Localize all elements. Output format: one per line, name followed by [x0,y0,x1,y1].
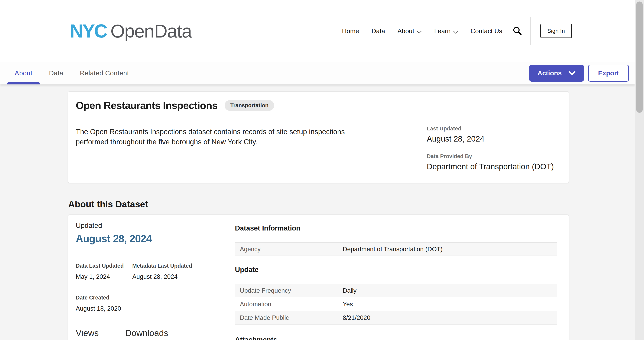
data-provided-by-value: Department of Transportation (DOT) [427,162,554,171]
info-row-value: 8/21/2020 [343,314,370,321]
field-label: Data Last Updated [76,263,132,269]
stats-divider [76,323,224,323]
dataset-title: Open Restaurants Inspections [76,100,218,111]
field-date-created: Date Created August 18, 2020 [76,294,132,312]
field-value: May 1, 2024 [76,273,132,280]
chevron-down-icon [568,69,576,77]
field-value: August 18, 2020 [76,305,132,312]
tab-about-label: About [15,69,32,77]
tab-data[interactable]: Data [42,62,71,84]
sign-in-button[interactable]: Sign In [540,24,572,38]
site-header: NYC OpenData Home Data About Learn Conta… [0,0,635,62]
info-row-date-made-public: Date Made Public 8/21/2020 [235,311,557,324]
nyc-logo-text: NYC [70,20,107,42]
field-label: Metadata Last Updated [132,263,189,269]
dataset-stats: Views Downloads [76,328,232,338]
info-row-agency: Agency Department of Transportation (DOT… [235,242,557,256]
info-row-value: Daily [343,287,356,294]
data-provided-by-label: Data Provided By [427,153,554,160]
active-tab-indicator [7,82,40,84]
dataset-tabs: About Data Related Content [7,62,136,84]
primary-nav: Home Data About Learn Contact Us [342,27,502,35]
nav-home[interactable]: Home [342,27,359,35]
info-row-label: Update Frequency [235,287,343,294]
vertical-divider [418,119,418,178]
info-row-automation: Automation Yes [235,298,557,311]
chevron-down-icon [453,28,458,35]
actions-button[interactable]: Actions [529,65,584,82]
nav-home-label: Home [342,27,359,35]
tab-related-content[interactable]: Related Content [72,62,136,84]
last-updated-label: Last Updated [427,126,554,132]
scrollbar-track[interactable] [635,0,644,340]
update-rows: Update Frequency Daily Automation Yes Da… [235,284,557,324]
nav-divider [530,17,530,45]
info-row-label: Automation [235,300,343,308]
field-metadata-last-updated: Metadata Last Updated August 28, 2024 [132,263,189,280]
info-row-label: Date Made Public [235,314,343,321]
nav-about[interactable]: About [398,27,422,35]
chevron-down-icon [417,28,422,35]
about-this-dataset-heading: About this Dataset [68,199,148,210]
tabbar-actions: Actions Export [529,62,629,84]
dataset-tabbar: About Data Related Content Actions Expor… [0,62,635,84]
stat-views-label: Views [76,328,125,338]
dataset-description: The Open Restaurants Inspections dataset… [76,127,377,147]
scrollbar-thumb[interactable] [636,2,643,113]
update-heading: Update [235,266,557,274]
info-row-value: Department of Transportation (DOT) [343,246,442,253]
info-row-label: Agency [235,246,343,253]
dataset-information-heading: Dataset Information [235,215,557,232]
info-row-value: Yes [343,300,353,308]
dataset-information-column: Dataset Information Agency Department of… [235,215,557,340]
nav-contact-us[interactable]: Contact Us [470,27,502,35]
dataset-meta: Last Updated August 28, 2024 Data Provid… [427,126,554,171]
category-badge[interactable]: Transportation [224,100,274,111]
nav-divider [504,17,504,45]
last-updated-value: August 28, 2024 [427,134,554,144]
opendata-logo-text: OpenData [110,20,192,42]
field-data-last-updated: Data Last Updated May 1, 2024 [76,263,132,280]
date-fields: Data Last Updated May 1, 2024 Metadata L… [76,263,232,280]
nav-contact-us-label: Contact Us [470,27,502,35]
dataset-summary-body: The Open Restaurants Inspections dataset… [68,119,569,184]
info-row-update-frequency: Update Frequency Daily [235,284,557,298]
nav-about-label: About [398,27,414,35]
field-label: Date Created [76,294,132,301]
updated-label: Updated [76,222,232,230]
search-button[interactable] [512,26,522,36]
about-dataset-card: Updated August 28, 2024 Data Last Update… [68,214,569,340]
nav-learn-label: Learn [434,27,450,35]
nav-learn[interactable]: Learn [434,27,458,35]
nyc-opendata-logo[interactable]: NYC OpenData [70,20,192,42]
updated-date: August 28, 2024 [76,232,232,245]
export-button[interactable]: Export [588,65,629,82]
field-value: August 28, 2024 [132,273,189,280]
tab-related-content-label: Related Content [80,69,129,77]
tab-about[interactable]: About [7,62,40,84]
tab-data-label: Data [49,69,63,77]
dataset-summary-card: Open Restaurants Inspections Transportat… [68,91,569,183]
attachments-heading: Attachments [235,336,557,340]
dataset-dates-column: Updated August 28, 2024 Data Last Update… [76,222,232,338]
nav-data-label: Data [372,27,385,35]
stat-downloads-label: Downloads [125,328,175,338]
actions-button-label: Actions [538,69,562,77]
dataset-title-row: Open Restaurants Inspections Transportat… [68,92,569,111]
nav-data[interactable]: Data [372,27,385,35]
search-icon [512,26,522,36]
